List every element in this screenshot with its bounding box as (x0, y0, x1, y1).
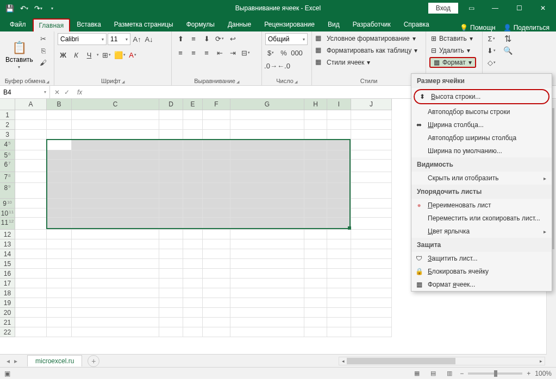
cell[interactable] (72, 279, 159, 288)
cell[interactable] (47, 218, 72, 230)
align-left-icon[interactable]: ≡ (175, 47, 186, 58)
menu-col-width[interactable]: ⬌Ширина столбца... (411, 118, 552, 131)
cell[interactable] (183, 239, 203, 249)
cell-styles-button[interactable]: ▦Стили ячеек ▾ (315, 57, 417, 68)
cell[interactable] (72, 150, 159, 160)
conditional-format-button[interactable]: ▦Условное форматирование ▾ (315, 33, 417, 44)
cell[interactable] (15, 279, 47, 288)
row-header-1[interactable]: 1 (0, 110, 15, 120)
cell[interactable] (304, 288, 327, 298)
cell[interactable] (183, 183, 203, 199)
cell[interactable] (47, 120, 72, 130)
copy-icon[interactable]: ⎘ (38, 45, 49, 56)
cell[interactable] (351, 308, 392, 318)
cell[interactable] (47, 160, 72, 172)
tab-insert[interactable]: Вставка (70, 17, 108, 31)
cell[interactable] (304, 183, 327, 199)
redo-icon[interactable]: ↷▾ (32, 2, 45, 15)
cell[interactable] (72, 269, 159, 279)
cell[interactable] (183, 308, 203, 318)
cell[interactable] (203, 249, 230, 259)
row-header-3[interactable]: 3 (0, 130, 15, 140)
share-button[interactable]: 👤 Поделиться (503, 24, 549, 31)
cell[interactable] (304, 130, 327, 140)
cell[interactable] (183, 269, 203, 279)
cell[interactable] (304, 298, 327, 308)
cell[interactable] (203, 110, 230, 120)
cell[interactable] (15, 318, 47, 327)
cell[interactable] (327, 288, 351, 298)
tab-data[interactable]: Данные (221, 17, 258, 31)
cell[interactable] (327, 160, 351, 172)
cell[interactable] (203, 298, 230, 308)
signin-button[interactable]: Вход (428, 3, 458, 14)
cell[interactable] (15, 298, 47, 308)
cell[interactable] (72, 259, 159, 269)
col-header-H[interactable]: H (304, 99, 327, 110)
zoom-out-icon[interactable]: − (460, 370, 464, 377)
cell[interactable] (15, 259, 47, 269)
cell[interactable] (351, 160, 392, 172)
cell[interactable] (15, 130, 47, 140)
sort-filter-icon[interactable]: ⇅ (502, 33, 513, 44)
cell[interactable] (351, 140, 392, 150)
row-header-18[interactable]: 18 (0, 288, 15, 298)
cell[interactable] (230, 298, 304, 308)
number-format-combo[interactable]: Общий▾ (265, 33, 308, 45)
enter-formula-icon[interactable]: ✓ (64, 88, 70, 96)
increase-font-icon[interactable]: A↑ (132, 34, 142, 45)
row-header-11[interactable]: 1112 (0, 218, 15, 230)
cell[interactable] (47, 208, 72, 218)
wrap-text-icon[interactable]: ↩ (227, 33, 238, 44)
tab-developer[interactable]: Разработчик (346, 17, 397, 31)
save-icon[interactable]: 💾 (3, 2, 16, 15)
cell[interactable] (327, 249, 351, 259)
orientation-icon[interactable]: ⟳ (214, 33, 225, 44)
cell[interactable] (15, 288, 47, 298)
row-header-12[interactable]: 12 (0, 230, 15, 239)
cell[interactable] (351, 183, 392, 199)
cell[interactable] (304, 230, 327, 239)
row-header-17[interactable]: 17 (0, 279, 15, 288)
cell[interactable] (183, 327, 203, 337)
font-size-combo[interactable]: 11▾ (108, 33, 130, 45)
cell[interactable] (72, 318, 159, 327)
cell[interactable] (327, 120, 351, 130)
cell[interactable] (15, 120, 47, 130)
tab-view[interactable]: Вид (321, 17, 346, 31)
menu-format-cells[interactable]: ▦Формат ячеек... (411, 278, 552, 291)
zoom-slider[interactable] (468, 372, 522, 375)
cell[interactable] (230, 110, 304, 120)
cell[interactable] (159, 140, 183, 150)
cell[interactable] (304, 269, 327, 279)
cell[interactable] (47, 308, 72, 318)
row-header-14[interactable]: 14 (0, 249, 15, 259)
cell[interactable] (159, 288, 183, 298)
sheet-tab[interactable]: microexcel.ru (27, 355, 82, 366)
col-header-F[interactable]: F (203, 99, 230, 110)
cell[interactable] (230, 172, 304, 183)
cell[interactable] (304, 150, 327, 160)
cell[interactable] (159, 269, 183, 279)
cell[interactable] (72, 230, 159, 239)
cell[interactable] (351, 249, 392, 259)
menu-hide-unhide[interactable]: Скрыть или отобразить▸ (411, 172, 552, 185)
col-header-A[interactable]: A (15, 99, 47, 110)
cell[interactable] (72, 308, 159, 318)
cell[interactable] (47, 288, 72, 298)
col-header-E[interactable]: E (183, 99, 203, 110)
cell[interactable] (159, 183, 183, 199)
cell[interactable] (351, 218, 392, 230)
page-break-icon[interactable]: ▥ (443, 369, 455, 378)
cell[interactable] (47, 140, 72, 150)
cell[interactable] (351, 130, 392, 140)
fill-color-icon[interactable]: 🟨 (114, 49, 125, 60)
cell[interactable] (327, 230, 351, 239)
col-header-D[interactable]: D (159, 99, 183, 110)
insert-cells-button[interactable]: ⊞Вставить ▾ (429, 33, 476, 44)
menu-autofit-row[interactable]: Автоподбор высоты строки (411, 105, 552, 118)
cell[interactable] (351, 318, 392, 327)
cell[interactable] (72, 130, 159, 140)
decrease-indent-icon[interactable]: ⇤ (214, 47, 225, 58)
cell[interactable] (351, 259, 392, 269)
